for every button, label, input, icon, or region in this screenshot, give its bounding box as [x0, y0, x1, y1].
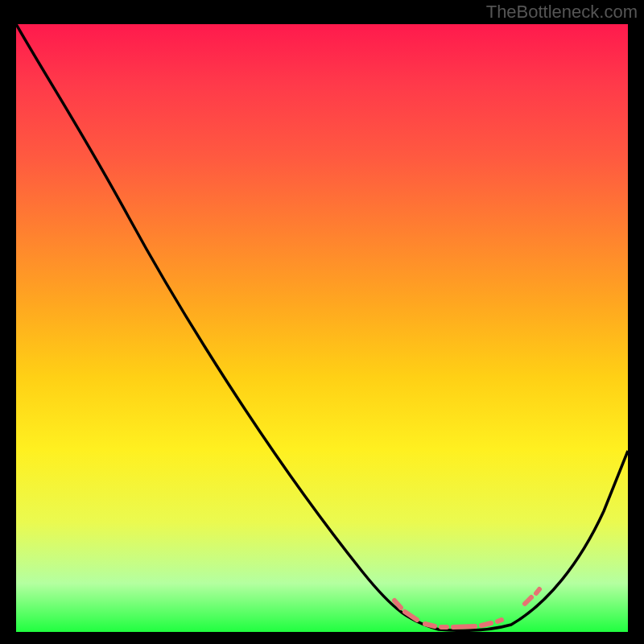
marker-dot	[481, 623, 491, 625]
marker-dot	[425, 624, 435, 626]
marker-dot	[525, 597, 531, 604]
chart-container: TheBottleneck.com	[0, 0, 644, 644]
marker-dot	[497, 620, 502, 621]
marker-dot	[453, 626, 475, 627]
marker-dot	[405, 612, 417, 620]
plot-area	[16, 24, 628, 632]
marker-dot	[536, 589, 539, 593]
bottleneck-curve	[16, 24, 628, 630]
watermark-text: TheBottleneck.com	[486, 2, 638, 23]
bottleneck-curve-svg	[16, 24, 628, 632]
